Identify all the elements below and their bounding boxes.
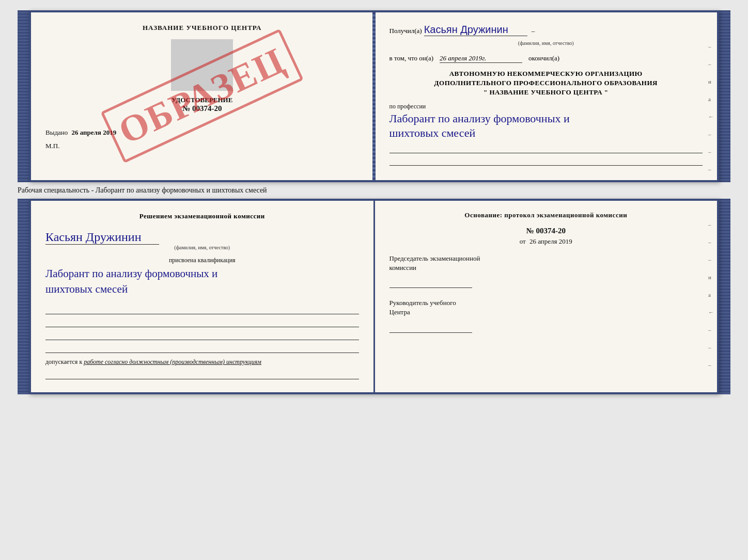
received-name: Касьян Дружинин [424,24,527,36]
name-subtext-top: (фамилия, имя, отчество) [389,40,703,46]
br-deco-dash-1: – [708,221,714,228]
top-certificate-book: НАЗВАНИЕ УЧЕБНОГО ЦЕНТРА УДОСТОВЕРЕНИЕ №… [18,10,730,182]
dopusk-block: допускается к работе согласно должностны… [45,358,359,366]
deco-dash-3: – [708,131,714,137]
deco-arrow: ← [708,114,714,120]
date-prefix: от [520,237,526,245]
issued-date: 26 апреля 2019 [72,129,117,136]
cert-book-top: НАЗВАНИЕ УЧЕБНОГО ЦЕНТРА УДОСТОВЕРЕНИЕ №… [29,10,719,182]
chairman-line1: Председатель экзаменационной [389,254,480,262]
underline-bl-1 [45,304,359,314]
br-deco-arrow: ← [708,309,714,315]
received-label: Получил(а) [389,27,422,35]
date-value-top: 26 апреля 2019г. [440,54,522,63]
org-block: АВТОНОМНУЮ НЕКОММЕРЧЕСКУЮ ОРГАНИЗАЦИЮ ДО… [389,69,703,98]
received-line: Получил(а) Касьян Дружинин – [389,24,703,36]
photo-placeholder [171,39,233,91]
dash-right: – [532,27,535,35]
head-label: Руководитель учебного Центра [389,298,703,317]
cert-book-bottom: Решением экзаменационной комиссии Касьян… [29,199,719,394]
prof-label: по профессии [389,103,703,110]
org-line3: " НАЗВАНИЕ УЧЕБНОГО ЦЕНТРА " [389,88,703,97]
deco-a: а [708,96,714,102]
qualification-handwritten: Лаборант по анализу формовочных и шихтов… [45,266,359,297]
qualification-line1: Лаборант по анализу формовочных и [45,267,217,280]
bottom-certificate-book: Решением экзаменационной комиссии Касьян… [18,199,730,394]
bottom-name-handwritten: Касьян Дружинин [45,230,159,245]
cert-issued-block: Выдано 26 апреля 2019 [45,129,359,137]
in-that-line: в том, что он(а) 26 апреля 2019г. окончи… [389,54,703,63]
br-deco-dash-3: – [708,257,714,263]
profession-line2: шихтовых смесей [389,126,476,139]
profession-handwritten: Лаборант по анализу формовочных и шихтов… [389,111,703,141]
cert-right-page: Получил(а) Касьян Дружинин – (фамилия, и… [375,12,718,180]
head-line1: Руководитель учебного [389,299,456,307]
cert-doc-label: УДОСТОВЕРЕНИЕ [45,96,359,104]
deco-dash-4: – [708,149,714,155]
chairman-sig-line [389,277,472,288]
bottom-name-subtext: (фамилия, имя, отчество) [45,245,359,250]
head-block: Руководитель учебного Центра [389,298,703,332]
finished-label: окончил(а) [528,54,559,62]
underline-bl-3 [45,330,359,340]
cert-doc-number: № 00374-20 [45,104,359,113]
chairman-label: Председатель экзаменационной комиссии [389,254,703,273]
right-deco-block: – – и а ← – – – [708,43,714,172]
cert-inner-top: НАЗВАНИЕ УЧЕБНОГО ЦЕНТРА УДОСТОВЕРЕНИЕ №… [29,10,719,182]
bottom-right-deco: – – – и а ← – – – [708,221,714,368]
deco-i: и [708,78,714,85]
in-that-label: в том, что он(а) [389,54,434,62]
org-line2: ДОПОЛНИТЕЛЬНОГО ПРОФЕССИОНАЛЬНОГО ОБРАЗО… [389,78,703,88]
chairman-line2: комиссии [389,264,417,271]
bottom-name-block: Касьян Дружинин [45,226,359,245]
br-deco-a: а [708,292,714,298]
br-deco-dash-5: – [708,344,714,350]
commission-text: Решением экзаменационной комиссии [45,211,359,221]
osnov-label: Основание: протокол экзаменационной коми… [389,211,703,219]
br-deco-dash-6: – [708,362,714,368]
protocol-date: от 26 апреля 2019 [389,237,703,246]
dopusk-prefix: допускается к [45,358,82,365]
deco-dash-1: – [708,43,714,50]
date-value-bottom: 26 апреля 2019 [529,237,572,245]
underline-2 [389,156,703,166]
bottom-lines [45,304,359,353]
dopusk-text: работе согласно должностным (производств… [84,358,261,365]
underline-1 [389,144,703,153]
profession-line1: Лаборант по анализу формовочных и [389,112,570,125]
specialty-bar: Рабочая специальность - Лаборант по анал… [18,182,730,199]
chairman-block: Председатель экзаменационной комиссии [389,254,703,288]
underline-bl-5 [45,369,359,379]
head-sig-line [389,322,472,333]
underline-bl-2 [45,317,359,327]
cert-left-page: НАЗВАНИЕ УЧЕБНОГО ЦЕНТРА УДОСТОВЕРЕНИЕ №… [31,12,375,180]
binding-left-bottom [18,199,29,394]
qualification-label: присвоена квалификация [45,257,359,264]
protocol-number: № 00374-20 [389,227,703,235]
issued-label: Выдано [45,129,68,136]
cert-id-block: УДОСТОВЕРЕНИЕ № 00374-20 [45,96,359,113]
cert-inner-bottom: Решением экзаменационной комиссии Касьян… [29,199,719,394]
binding-right [719,10,730,182]
binding-left [18,10,29,182]
cert-center-title: НАЗВАНИЕ УЧЕБНОГО ЦЕНТРА [45,24,359,32]
br-deco-i: и [708,274,714,280]
specialty-text: Рабочая специальность - Лаборант по анал… [18,186,267,194]
qualification-line2: шихтовых смесей [45,283,128,295]
head-line2: Центра [389,308,410,316]
br-deco-dash-2: – [708,239,714,245]
bottom-left-page: Решением экзаменационной комиссии Касьян… [31,201,375,392]
underline-bl-4 [45,343,359,353]
br-deco-dash-4: – [708,327,714,333]
bottom-right-page: Основание: протокол экзаменационной коми… [375,201,718,392]
deco-dash-2: – [708,61,714,67]
deco-dash-5: – [708,166,714,172]
binding-right-bottom [719,199,730,394]
org-line1: АВТОНОМНУЮ НЕКОММЕРЧЕСКУЮ ОРГАНИЗАЦИЮ [389,69,703,78]
mp-label: М.П. [45,142,359,150]
